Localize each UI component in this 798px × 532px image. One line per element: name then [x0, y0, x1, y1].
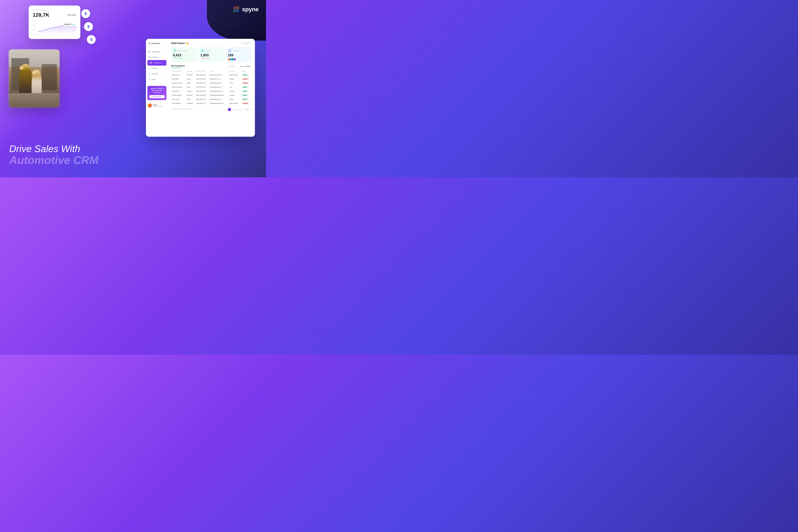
members-stat-icon [201, 50, 204, 52]
customer-status: Inactive [241, 101, 252, 106]
sidebar-promote-label: Promote [152, 73, 158, 75]
grid-icon [148, 51, 151, 53]
customer-email: jane@microsoft.com [209, 73, 229, 77]
stat-customers-change: ↑ 16% this month [173, 58, 195, 59]
customer-status: Active [241, 97, 252, 101]
customer-country: Kiribati [229, 77, 241, 81]
table-header-row: Customer Name Company Phone Number Email… [171, 70, 252, 73]
greeting: Hello Evano 👋, [171, 42, 189, 44]
page-2[interactable]: 2 [231, 108, 234, 111]
dollar-circles: $ $ $ [81, 9, 96, 44]
table-row[interactable]: Jane Cooper Microsoft (225) 555-0118 jan… [171, 73, 252, 77]
customer-country: Brazil [229, 97, 241, 101]
status-badge: Active [242, 98, 248, 100]
table-row[interactable]: Marvin McKinney Tesla (252) 555-0126 mar… [171, 85, 252, 89]
product-chevron-icon: › [165, 57, 166, 58]
table-row[interactable]: Floyd Miles Yahoo (205) 555-0100 floyd@y… [171, 77, 252, 81]
customers-table: Customer Name Company Phone Number Email… [171, 70, 252, 106]
customers-subtitle: Active Members [171, 67, 185, 69]
car-sale-badge: CAR SALE [67, 14, 76, 16]
sidebar-product-label: Product [152, 56, 157, 58]
asset-card: ASSET GENERATED 128,7K CAR SALE $1000 $5… [28, 5, 80, 39]
stat-active-now: Active Now 189 [226, 47, 252, 62]
sidebar-item-promote[interactable]: Promote › [146, 71, 168, 77]
page-4[interactable]: 4 [239, 108, 242, 111]
svg-rect-23 [148, 51, 149, 52]
sidebar-item-dashboard[interactable]: Dashboard [146, 49, 168, 55]
photo-card [9, 50, 59, 108]
customer-status: Active [241, 73, 252, 77]
chart-tooltip-date: 29 July 00:00 [64, 22, 75, 24]
customer-status: Active [241, 89, 252, 93]
customers-section: All Customers Active Members Search... S… [171, 65, 252, 111]
box-icon [148, 56, 151, 59]
page-1[interactable]: 1 [228, 108, 231, 111]
customer-country: Israel [229, 81, 241, 85]
status-badge: Inactive [242, 78, 249, 80]
logo-text: spyne [242, 6, 259, 13]
svg-point-19 [149, 42, 149, 43]
sidebar-dashboard-label: Dashboard [152, 51, 160, 53]
svg-point-3 [236, 10, 239, 12]
customer-phone: (302) 555-0107 [195, 81, 209, 85]
customer-country: Réunion [229, 89, 241, 93]
chart-tooltip: 29 July 00:00 220,342.76 +3.4% [63, 22, 76, 26]
table-row[interactable]: Kathryn Murphy Microsoft (406) 555-0120 … [171, 93, 252, 97]
stat-members-change: ↓ 1% this month [201, 58, 223, 59]
customer-name: Jerome Bell [171, 89, 186, 93]
sidebar-item-help[interactable]: ? Help › [146, 77, 168, 82]
table-row[interactable]: Ronald Richards Adobe (302) 555-0107 ron… [171, 81, 252, 85]
logo-icon [232, 5, 240, 13]
showing-text: Showing data 1 to 8 of 256K entries [171, 109, 224, 110]
monitor-icon [229, 50, 231, 52]
col-company: Company [186, 70, 195, 73]
sidebar-item-product[interactable]: Product › [146, 55, 168, 60]
chart-area: $1000 $500 $200 $100 29 Jul [33, 20, 76, 35]
page-prev[interactable]: < [224, 108, 227, 111]
svg-rect-25 [148, 52, 149, 53]
customer-phone: (406) 555-0120 [195, 93, 209, 97]
sidebar-income-label: Income [152, 68, 157, 69]
pagination: < 1 2 3 4 ... 40 > [224, 108, 252, 111]
status-badge: Active [242, 86, 248, 88]
customer-company: Tesla [186, 85, 195, 89]
dashboard-sidebar: Dashboard Dashboard Product › [146, 39, 168, 137]
table-row[interactable]: Kristin Watson Facebook (704) 555-0127 k… [171, 101, 252, 106]
customer-country: Åland Islands [229, 101, 241, 106]
customer-email: kathryn@microsoft.com [209, 93, 229, 97]
upgrade-box: Upgrade to PRO to get access all Feature… [147, 86, 167, 100]
page-next[interactable]: > [249, 108, 252, 111]
customer-status: Active [241, 93, 252, 97]
svg-point-39 [174, 50, 175, 51]
col-phone: Phone Number [195, 70, 209, 73]
status-badge: Inactive [242, 102, 249, 104]
customer-phone: (704) 555-0127 [195, 101, 209, 106]
search-customers[interactable]: Search... [228, 65, 239, 68]
dollar-icon: $ [148, 67, 151, 70]
svg-point-30 [151, 62, 152, 63]
sidebar-item-customers[interactable]: Customers › [147, 60, 167, 65]
customer-company: Facebook [186, 101, 195, 106]
customer-name: Kristin Watson [171, 101, 186, 106]
upgrade-button[interactable]: Get Pro Now! [149, 95, 165, 98]
drive-sales-text: Drive Sales With [9, 144, 98, 154]
sidebar-item-income[interactable]: $ Income › [146, 65, 168, 71]
income-chevron-icon: › [165, 68, 166, 69]
table-row[interactable]: Jacob Jones Yahoo (208) 555-0112 jacob@y… [171, 97, 252, 101]
user-chevron-icon: ⌄ [165, 105, 166, 107]
customer-name: Marvin McKinney [171, 85, 186, 89]
sort-value: Newest [245, 65, 250, 67]
customer-company: Microsoft [186, 73, 195, 77]
svg-rect-24 [150, 51, 151, 52]
svg-rect-26 [150, 52, 151, 53]
customer-email: marvin@tesla.com [209, 85, 229, 89]
col-email: Email [209, 70, 229, 73]
customer-email: floyd@yahoo.com [209, 77, 229, 81]
svg-point-41 [202, 50, 203, 51]
page-40[interactable]: 40 [246, 108, 248, 111]
search-box[interactable]: Search [241, 41, 252, 45]
automotive-crm-text: Automotive CRM [9, 154, 98, 166]
table-row[interactable]: Jerome Bell Google (629) 555-0129 jerome… [171, 89, 252, 93]
page-3[interactable]: 3 [235, 108, 238, 111]
sort-chevron-icon: ⌄ [251, 65, 252, 67]
